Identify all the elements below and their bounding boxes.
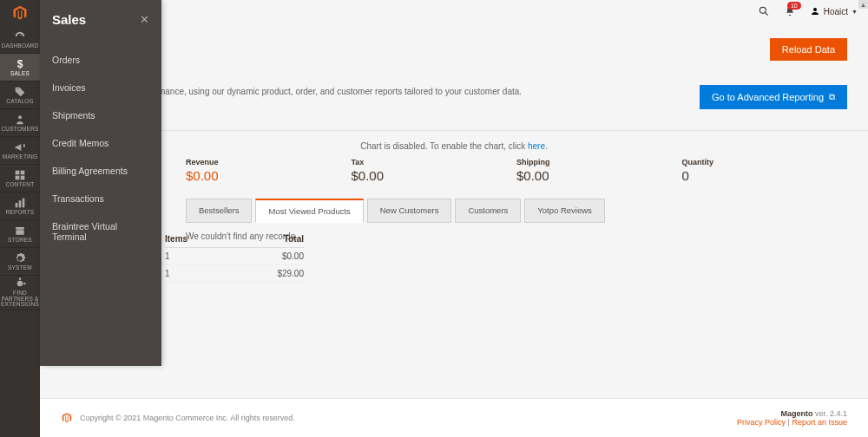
sales-flyout: Sales ✕ Orders Invoices Shipments Credit…: [40, 0, 161, 366]
svg-rect-6: [16, 203, 18, 207]
user-icon: [810, 6, 820, 16]
flyout-orders[interactable]: Orders: [40, 46, 161, 74]
flyout-transactions[interactable]: Transactions: [40, 185, 161, 212]
sidebar-label: STORES: [8, 238, 32, 244]
scroll-up-indicator[interactable]: ▲: [858, 0, 868, 9]
dollar-icon: $: [13, 58, 27, 70]
stats-row: Revenue $0.00 Tax $0.00 Shipping $0.00 Q…: [40, 158, 868, 199]
tab-yotpo[interactable]: Yotpo Reviews: [524, 199, 605, 223]
sidebar-stores[interactable]: STORES: [0, 220, 40, 248]
svg-point-9: [17, 281, 23, 287]
cell-total: $0.00: [282, 251, 304, 261]
stat-value: 0: [682, 168, 848, 183]
person-icon: [13, 114, 27, 126]
user-menu[interactable]: Hoaict ▼: [810, 6, 858, 16]
svg-point-12: [760, 7, 766, 13]
sidebar-catalog[interactable]: CATALOG: [0, 82, 40, 109]
flyout-credit-memos[interactable]: Credit Memos: [40, 129, 161, 157]
cell-items: 1: [165, 269, 170, 278]
stat-shipping: Shipping $0.00: [516, 158, 682, 183]
sidebar-label: REPORTS: [6, 210, 35, 216]
magento-logo-icon: [61, 412, 73, 424]
store-icon: [13, 225, 27, 237]
advanced-reporting-button[interactable]: Go to Advanced Reporting ⧉: [700, 85, 847, 109]
gear-icon: [13, 252, 27, 264]
stat-value: $0.00: [352, 168, 517, 183]
stat-value: $0.00: [516, 168, 682, 183]
tab-most-viewed[interactable]: Most Viewed Products: [255, 199, 363, 223]
notification-badge: 10: [787, 2, 801, 10]
tab-new-customers[interactable]: New Customers: [367, 199, 452, 223]
flyout-billing-agreements[interactable]: Billing Agreements: [40, 157, 161, 185]
svg-rect-3: [21, 170, 25, 174]
sidebar-reports[interactable]: REPORTS: [0, 192, 40, 220]
tab-bestsellers[interactable]: Bestsellers: [186, 199, 252, 223]
sidebar-label: CUSTOMERS: [1, 127, 38, 133]
msg-text: .: [545, 141, 548, 151]
col-total: Total: [284, 234, 304, 244]
puzzle-icon: [13, 277, 27, 290]
sidebar-label: MARKETING: [3, 154, 37, 160]
sidebar-label: SYSTEM: [8, 265, 32, 271]
orders-mini-table: Items Total 1 $0.00 1 $29.00: [165, 231, 304, 283]
svg-rect-2: [16, 170, 20, 174]
svg-rect-7: [19, 200, 22, 207]
main-content: Reload Data d of your business' performa…: [40, 0, 868, 437]
stat-label: Revenue: [186, 158, 352, 166]
sidebar-content[interactable]: CONTENT: [0, 165, 40, 192]
sidebar-dashboard[interactable]: DASHBOARD: [0, 26, 40, 54]
sidebar-label: CONTENT: [6, 182, 35, 188]
sidebar-label: CATALOG: [6, 99, 34, 105]
search-icon[interactable]: [758, 5, 770, 17]
sidebar-marketing[interactable]: MARKETING: [0, 137, 40, 165]
svg-rect-8: [23, 198, 25, 207]
flyout-invoices[interactable]: Invoices: [40, 74, 161, 101]
sidebar-label: FIND PARTNERS & EXTENSIONS: [0, 290, 40, 308]
table-row[interactable]: 1 $0.00: [165, 248, 304, 265]
magento-logo[interactable]: [0, 0, 40, 26]
tabs: Bestsellers Most Viewed Products New Cus…: [40, 199, 868, 223]
version-text: ver. 2.4.1: [812, 409, 847, 418]
sidebar-sales[interactable]: $ SALES: [0, 54, 40, 82]
external-link-icon: ⧉: [829, 92, 835, 102]
close-icon[interactable]: ✕: [140, 13, 149, 26]
sidebar-system[interactable]: SYSTEM: [0, 248, 40, 276]
privacy-link[interactable]: Privacy Policy: [737, 418, 786, 427]
reload-data-button[interactable]: Reload Data: [770, 38, 847, 61]
table-row[interactable]: 1 $29.00: [165, 265, 304, 283]
stat-quantity: Quantity 0: [682, 158, 848, 183]
svg-point-10: [19, 278, 22, 281]
tab-customers[interactable]: Customers: [455, 199, 521, 223]
sidebar-customers[interactable]: CUSTOMERS: [0, 109, 40, 137]
svg-rect-4: [16, 175, 20, 179]
report-issue-link[interactable]: Report an Issue: [792, 418, 847, 427]
svg-line-13: [765, 13, 767, 16]
flyout-title: Sales: [52, 12, 86, 27]
topbar: 10 Hoaict ▼: [758, 5, 858, 17]
flyout-shipments[interactable]: Shipments: [40, 101, 161, 129]
svg-point-1: [18, 115, 22, 119]
chart-disabled-message: Chart is disabled. To enable the chart, …: [40, 131, 868, 158]
stat-label: Tax: [352, 158, 517, 166]
brand-name: Magento: [780, 409, 812, 418]
admin-sidebar: DASHBOARD $ SALES CATALOG CUSTOMERS MARK…: [0, 0, 40, 437]
stat-revenue: Revenue $0.00: [186, 158, 352, 183]
footer: Copyright © 2021 Magento Commerce Inc. A…: [40, 398, 868, 437]
svg-text:$: $: [17, 58, 23, 70]
sidebar-partners[interactable]: FIND PARTNERS & EXTENSIONS: [0, 276, 40, 310]
copyright-text: Copyright © 2021 Magento Commerce Inc. A…: [80, 414, 295, 422]
flyout-braintree[interactable]: Braintree Virtual Terminal: [40, 212, 161, 251]
svg-rect-5: [21, 175, 25, 179]
notifications-icon[interactable]: 10: [784, 5, 796, 17]
bar-chart-icon: [13, 197, 27, 209]
gauge-icon: [13, 30, 27, 42]
tag-icon: [13, 86, 27, 98]
enable-chart-link[interactable]: here: [528, 141, 545, 151]
cell-items: 1: [165, 251, 170, 261]
stat-label: Shipping: [516, 158, 682, 166]
chevron-down-icon: ▼: [852, 9, 858, 15]
col-items: Items: [165, 234, 187, 244]
msg-text: Chart is disabled. To enable the chart, …: [360, 141, 528, 151]
svg-point-14: [813, 8, 817, 11]
cell-total: $29.00: [277, 269, 304, 278]
